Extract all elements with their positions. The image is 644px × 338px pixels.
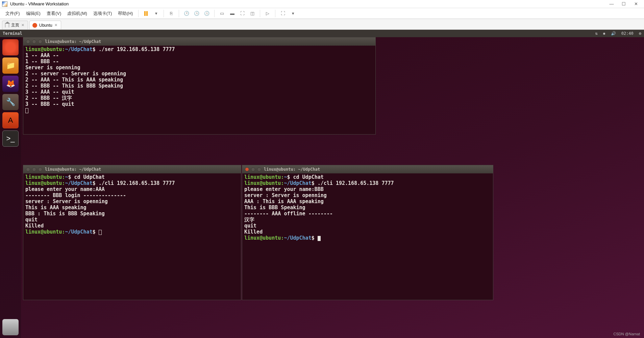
power-dropdown[interactable]: ▾ xyxy=(151,9,161,18)
dash-icon[interactable] xyxy=(2,39,19,55)
terminal-title: linux@ubuntu: ~/UdpChat xyxy=(45,167,101,172)
term-min-button[interactable] xyxy=(251,167,255,171)
files-icon[interactable]: 📁 xyxy=(2,57,19,74)
tab-home-label: 主页 xyxy=(11,22,19,28)
menu-edit[interactable]: 编辑(E) xyxy=(23,9,43,18)
network-icon[interactable]: ⇅ xyxy=(595,31,597,36)
terminal-titlebar[interactable]: linux@ubuntu: ~/UdpChat xyxy=(242,165,493,173)
send-ctrl-alt-del-button[interactable]: ⎘ xyxy=(167,9,176,18)
menu-file[interactable]: 文件(F) xyxy=(3,9,23,18)
terminal-window-server[interactable]: linux@ubuntu: ~/UdpChat linux@ubuntu:~/U… xyxy=(23,37,376,135)
view-single-button[interactable]: ▭ xyxy=(217,9,227,18)
trash-icon[interactable] xyxy=(2,319,19,335)
terminal-titlebar[interactable]: linux@ubuntu: ~/UdpChat xyxy=(23,165,241,173)
terminal-titlebar[interactable]: linux@ubuntu: ~/UdpChat xyxy=(23,38,375,46)
snapshot-manager-button[interactable]: 🕓 xyxy=(192,9,201,18)
software-icon[interactable]: A xyxy=(2,112,19,128)
tab-ubuntu[interactable]: Ubuntu ✕ xyxy=(29,21,61,29)
minimize-button[interactable]: — xyxy=(605,1,618,7)
enter-vm-button[interactable]: ▷ xyxy=(263,9,272,18)
clock[interactable]: 02:40 xyxy=(621,31,634,36)
close-button[interactable]: ✕ xyxy=(630,1,642,7)
unity-launcher: 📁 🦊 🔧 A >_ xyxy=(0,37,21,338)
menu-help[interactable]: 帮助(H) xyxy=(115,9,135,18)
terminal-output[interactable]: linux@ubuntu:~$ cd UdpChat linux@ubuntu:… xyxy=(23,173,241,300)
tab-home[interactable]: 主页 ✕ xyxy=(2,21,28,29)
pause-button[interactable] xyxy=(141,9,151,18)
terminal-output[interactable]: linux@ubuntu:~/UdpChat$ ./ser 192.168.65… xyxy=(23,46,375,134)
revert-button[interactable]: 🕔 xyxy=(202,9,212,18)
term-close-button[interactable] xyxy=(245,167,249,171)
menubar: 文件(F) 编辑(E) 查看(V) 虚拟机(M) 选项卡(T) 帮助(H) ▾ … xyxy=(0,8,644,19)
view-console-button[interactable]: ▬ xyxy=(227,9,237,18)
ubuntu-icon xyxy=(32,23,37,28)
close-icon[interactable]: ✕ xyxy=(21,23,24,27)
terminal-window-client-bbb[interactable]: linux@ubuntu: ~/UdpChat linux@ubuntu:~$ … xyxy=(242,165,493,300)
settings-gear-icon[interactable]: ⚙ xyxy=(639,31,641,36)
term-max-button[interactable] xyxy=(38,40,42,44)
term-max-button[interactable] xyxy=(257,167,261,171)
menu-view[interactable]: 查看(V) xyxy=(44,9,64,18)
terminal-title: linux@ubuntu: ~/UdpChat xyxy=(264,167,320,172)
terminal-icon[interactable]: >_ xyxy=(2,130,19,147)
home-icon xyxy=(5,23,9,27)
view-stretch-guest-button[interactable]: ⛶ xyxy=(238,9,247,18)
watermark: CSDN @Narnat xyxy=(614,332,640,336)
snapshot-button[interactable]: 🕑 xyxy=(182,9,191,18)
system-settings-icon[interactable]: 🔧 xyxy=(2,94,19,110)
fullscreen-dropdown[interactable]: ▾ xyxy=(288,9,298,18)
vmware-icon xyxy=(2,1,7,7)
terminal-output[interactable]: linux@ubuntu:~$ cd UdpChat linux@ubuntu:… xyxy=(242,173,493,300)
vm-display[interactable]: Terminal ⇅ ✱ 🔊 02:40 ⚙ 📁 🦊 🔧 A >_ linux@… xyxy=(0,30,644,338)
ubuntu-topbar: Terminal ⇅ ✱ 🔊 02:40 ⚙ xyxy=(0,30,644,37)
host-titlebar: Ubuntu - VMware Workstation — ☐ ✕ xyxy=(0,0,644,8)
firefox-icon[interactable]: 🦊 xyxy=(2,76,19,92)
ubuntu-app-title: Terminal xyxy=(3,31,22,36)
term-close-button[interactable] xyxy=(26,167,30,171)
tab-strip: 主页 ✕ Ubuntu ✕ xyxy=(0,19,644,30)
menu-vm[interactable]: 虚拟机(M) xyxy=(65,9,90,18)
term-max-button[interactable] xyxy=(38,167,42,171)
close-icon[interactable]: ✕ xyxy=(54,23,57,27)
term-min-button[interactable] xyxy=(32,40,36,44)
terminal-title: linux@ubuntu: ~/UdpChat xyxy=(45,39,101,44)
fullscreen-button[interactable]: ⛶ xyxy=(278,9,288,18)
maximize-button[interactable]: ☐ xyxy=(618,1,630,7)
terminal-window-client-aaa[interactable]: linux@ubuntu: ~/UdpChat linux@ubuntu:~$ … xyxy=(23,165,241,300)
menu-tabs[interactable]: 选项卡(T) xyxy=(91,9,115,18)
sound-icon[interactable]: 🔊 xyxy=(611,31,616,36)
term-close-button[interactable] xyxy=(26,40,30,44)
window-title: Ubuntu - VMware Workstation xyxy=(10,1,69,6)
tab-ubuntu-label: Ubuntu xyxy=(39,23,52,28)
view-unity-button[interactable]: ◫ xyxy=(248,9,257,18)
bluetooth-icon[interactable]: ✱ xyxy=(603,31,605,36)
term-min-button[interactable] xyxy=(32,167,36,171)
